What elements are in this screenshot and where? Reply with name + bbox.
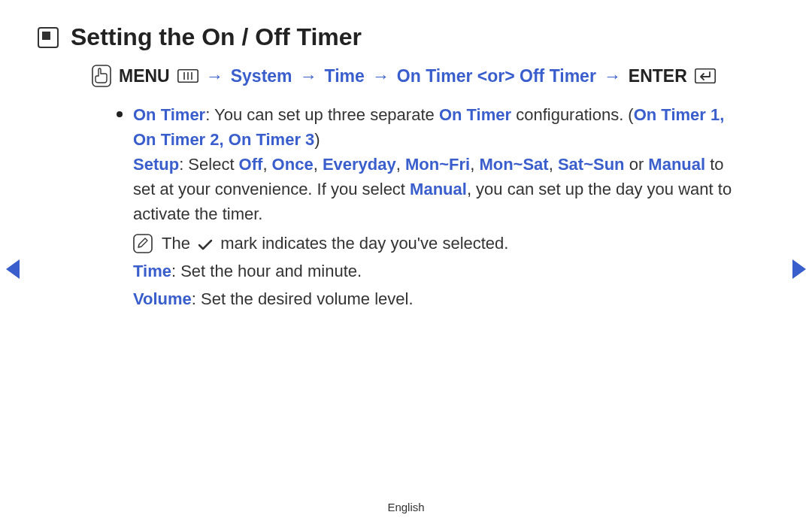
on-timer-3: On Timer 3	[229, 130, 315, 149]
comma: ,	[220, 130, 229, 149]
time-line: Time: Set the hour and minute.	[133, 259, 744, 283]
opt-everyday: Everyday	[323, 155, 396, 174]
hand-point-icon	[92, 65, 111, 87]
note-pencil-icon	[133, 234, 153, 253]
breadcrumb: MENU → System → Time → On Timer <or> Off…	[92, 65, 744, 87]
svg-rect-0	[92, 65, 111, 86]
comma: ,	[396, 155, 405, 174]
note-text: The mark indicates the day you've select…	[162, 231, 508, 256]
next-page-button[interactable]	[792, 259, 806, 279]
breadcrumb-system: System	[231, 66, 292, 86]
opt-satsun: Sat~Sun	[558, 155, 625, 174]
comma: ,	[314, 155, 323, 174]
footer-language: English	[0, 501, 812, 513]
on-timer-2: On Timer 2	[133, 130, 220, 149]
arrow-icon: →	[372, 66, 389, 86]
note-the: The	[162, 234, 195, 253]
setup-label: Setup	[133, 155, 179, 174]
text: configurations. (	[511, 105, 634, 124]
section-icon	[38, 27, 59, 48]
note-rest: mark indicates the day you've selected.	[220, 234, 508, 253]
note-row: The mark indicates the day you've select…	[133, 231, 744, 256]
breadcrumb-timer: On Timer <or> Off Timer	[397, 66, 596, 86]
breadcrumb-menu: MENU	[119, 66, 170, 86]
comma: ,	[470, 155, 479, 174]
time-label: Time	[133, 262, 171, 280]
opt-monfri: Mon~Fri	[405, 155, 470, 174]
comma: ,	[262, 155, 271, 174]
comma: ,	[720, 105, 724, 124]
volume-desc: : Set the desired volume level.	[192, 289, 414, 308]
page-title-row: Setting the On / Off Timer	[38, 23, 744, 51]
menu-button-icon	[177, 69, 198, 83]
or: or	[625, 155, 649, 174]
breadcrumb-enter: ENTER	[629, 66, 687, 86]
text: : Select	[179, 155, 238, 174]
page-title: Setting the On / Off Timer	[71, 23, 362, 51]
content-body: On Timer: You can set up three separate …	[117, 102, 744, 311]
opt-manual: Manual	[648, 155, 705, 174]
breadcrumb-time: Time	[325, 66, 365, 86]
svg-rect-5	[695, 69, 715, 83]
on-timer-1: On Timer 1	[634, 105, 720, 124]
opt-once: Once	[272, 155, 314, 174]
on-timer-label: On Timer	[133, 105, 205, 124]
volume-line: Volume: Set the desired volume level.	[133, 286, 744, 311]
time-desc: : Set the hour and minute.	[171, 262, 362, 280]
enter-button-icon	[695, 68, 716, 83]
close-paren: )	[314, 130, 320, 149]
svg-rect-6	[134, 235, 152, 253]
comma: ,	[549, 155, 558, 174]
opt-monsat: Mon~Sat	[479, 155, 548, 174]
on-timer-ref: On Timer	[439, 105, 511, 124]
prev-page-button[interactable]	[6, 259, 20, 279]
volume-label: Volume	[133, 289, 192, 308]
arrow-icon: →	[206, 66, 223, 86]
chevron-right-icon	[792, 259, 806, 279]
bullet-icon	[117, 111, 123, 117]
text: : You can set up three separate	[205, 105, 439, 124]
arrow-icon: →	[604, 66, 621, 86]
bullet-content: On Timer: You can set up three separate …	[133, 102, 744, 311]
arrow-icon: →	[300, 66, 317, 86]
bullet-item: On Timer: You can set up three separate …	[117, 102, 744, 311]
opt-off: Off	[239, 155, 263, 174]
check-icon	[198, 239, 213, 251]
opt-manual2: Manual	[410, 180, 467, 198]
chevron-left-icon	[6, 259, 20, 279]
